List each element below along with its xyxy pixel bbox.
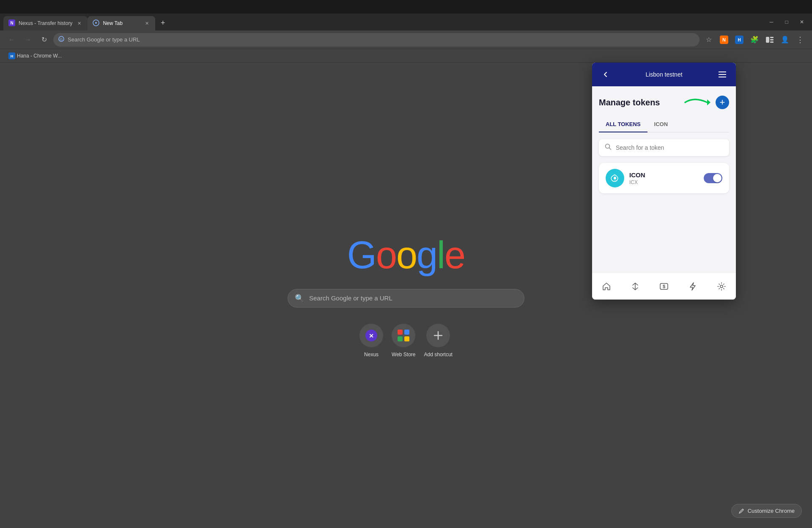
new-tab-title: New Tab — [103, 20, 122, 26]
svg-point-3 — [95, 22, 97, 24]
shortcut-nexus-label: Nexus — [364, 352, 379, 358]
token-search-icon — [605, 143, 612, 152]
token-search-input[interactable] — [616, 144, 723, 151]
tab-bar-right-controls: ─ □ ✕ — [765, 15, 809, 29]
svg-rect-12 — [770, 39, 774, 40]
nav-home[interactable] — [595, 278, 618, 294]
popup-nav: $ — [592, 272, 736, 300]
extension-popup: Lisbon testnet Manage tokens — [592, 63, 736, 300]
google-logo: Google — [347, 234, 465, 277]
green-arrow-icon — [682, 95, 716, 110]
svg-rect-20 — [398, 336, 403, 341]
shortcut-add[interactable]: Add shortcut — [424, 324, 453, 358]
close-btn[interactable]: ✕ — [795, 15, 809, 29]
toolbar-ext-puzzle[interactable]: 🧩 — [748, 33, 761, 47]
popup-header-title: Lisbon testnet — [612, 71, 716, 78]
toolbar-right: ☆ N H 🧩 👤 ⋮ — [702, 33, 807, 47]
bookmark-hana-label: Hana - Chrome W... — [17, 53, 62, 59]
back-button[interactable]: ← — [5, 33, 19, 47]
new-tab-tab[interactable]: New Tab ✕ — [88, 16, 155, 30]
token-toggle-icx[interactable] — [704, 173, 722, 183]
popup-body: Manage tokens + ALL TOKENS — [592, 86, 736, 272]
nav-lightning[interactable] — [681, 278, 704, 294]
svg-rect-21 — [404, 336, 409, 341]
bookmark-hana[interactable]: H Hana - Chrome W... — [5, 51, 65, 61]
manage-tokens-title: Manage tokens — [599, 98, 660, 107]
new-tab-close[interactable]: ✕ — [143, 20, 150, 27]
search-placeholder: Search Google or type a URL — [309, 294, 392, 302]
token-item-icon: ICON ICX — [599, 163, 729, 193]
google-search-bar[interactable]: 🔍 Search Google or type a URL — [288, 289, 524, 308]
address-bar-secure-icon: G — [58, 36, 64, 43]
svg-text:H: H — [11, 54, 14, 58]
bookmark-star-btn[interactable]: ☆ — [702, 33, 716, 47]
svg-rect-13 — [770, 41, 774, 43]
new-tab-favicon — [93, 19, 99, 28]
address-bar-text: Search Google or type a URL — [68, 36, 140, 43]
token-list: ICON ICX — [599, 163, 729, 193]
customize-chrome-btn[interactable]: Customize Chrome — [731, 504, 802, 518]
nexus-tab[interactable]: N Nexus - Transfer history ✕ — [3, 16, 88, 30]
shortcut-add-icon — [426, 324, 450, 347]
popup-back-button[interactable] — [599, 68, 612, 81]
toolbar-more-btn[interactable]: ⋮ — [793, 33, 807, 47]
token-tabs: ALL TOKENS ICON — [599, 117, 729, 132]
customize-chrome-label: Customize Chrome — [748, 508, 795, 514]
svg-rect-11 — [770, 37, 774, 38]
nexus-tab-favicon: N — [8, 19, 15, 28]
toggle-knob-icx — [713, 174, 721, 182]
svg-text:G: G — [60, 37, 63, 41]
toolbar-ext-hana[interactable]: H — [732, 33, 746, 47]
svg-text:✕: ✕ — [369, 333, 374, 339]
green-arrow-container: + — [682, 95, 729, 110]
token-search-box[interactable] — [599, 139, 729, 156]
shortcuts-row: ✕ Nexus Web Store — [359, 324, 453, 358]
manage-tokens-header: Manage tokens + — [599, 95, 729, 110]
svg-rect-19 — [404, 330, 409, 335]
toolbar-ext-1[interactable]: N — [717, 33, 731, 47]
new-tab-button[interactable]: + — [157, 17, 169, 29]
nexus-tab-close[interactable]: ✕ — [76, 20, 82, 27]
popup-header: Lisbon testnet — [592, 63, 736, 86]
nav-transfer[interactable] — [624, 278, 647, 294]
nexus-tab-title: Nexus - Transfer history — [19, 20, 72, 26]
restore-btn[interactable]: □ — [780, 15, 793, 29]
svg-marker-27 — [707, 99, 710, 105]
shortcut-webstore-icon — [392, 324, 415, 347]
shortcut-nexus[interactable]: ✕ Nexus — [359, 324, 383, 358]
toolbar-profile-btn[interactable]: 👤 — [778, 33, 792, 47]
svg-line-29 — [609, 148, 611, 150]
icon-tab[interactable]: ICON — [647, 117, 675, 132]
svg-rect-18 — [398, 330, 403, 335]
toolbar: ← → ↻ G Search Google or type a URL ☆ N … — [0, 30, 812, 49]
token-icon-icx — [606, 169, 624, 187]
popup-menu-button[interactable] — [716, 68, 729, 81]
search-icon: 🔍 — [295, 294, 304, 303]
toolbar-sidebar-btn[interactable] — [763, 33, 776, 47]
svg-text:N: N — [10, 21, 13, 25]
svg-text:H: H — [738, 38, 741, 42]
shortcut-webstore-label: Web Store — [392, 352, 415, 358]
svg-text:N: N — [722, 37, 726, 42]
svg-text:$: $ — [663, 284, 665, 289]
shortcut-add-label: Add shortcut — [424, 352, 453, 358]
token-info-icx: ICON ICX — [629, 171, 699, 185]
forward-button[interactable]: → — [21, 33, 35, 47]
svg-rect-10 — [766, 37, 769, 43]
nav-settings[interactable] — [710, 278, 733, 294]
main-content: Google 🔍 Search Google or type a URL ✕ N… — [0, 63, 812, 528]
address-bar[interactable]: G Search Google or type a URL — [53, 33, 700, 47]
svg-point-36 — [720, 285, 723, 288]
reload-button[interactable]: ↻ — [37, 33, 51, 47]
browser-titlebar — [0, 0, 812, 14]
nav-dollar[interactable]: $ — [653, 278, 675, 294]
tab-bar: N Nexus - Transfer history ✕ New Tab ✕ +… — [0, 14, 812, 30]
token-name-icx: ICON — [629, 171, 699, 179]
shortcut-nexus-icon: ✕ — [359, 324, 383, 347]
all-tokens-tab[interactable]: ALL TOKENS — [599, 117, 647, 132]
minimize-btn[interactable]: ─ — [765, 15, 778, 29]
bookmarks-bar: H Hana - Chrome W... — [0, 49, 812, 63]
add-token-button[interactable]: + — [716, 96, 729, 109]
token-symbol-icx: ICX — [629, 179, 699, 185]
shortcut-webstore[interactable]: Web Store — [392, 324, 415, 358]
